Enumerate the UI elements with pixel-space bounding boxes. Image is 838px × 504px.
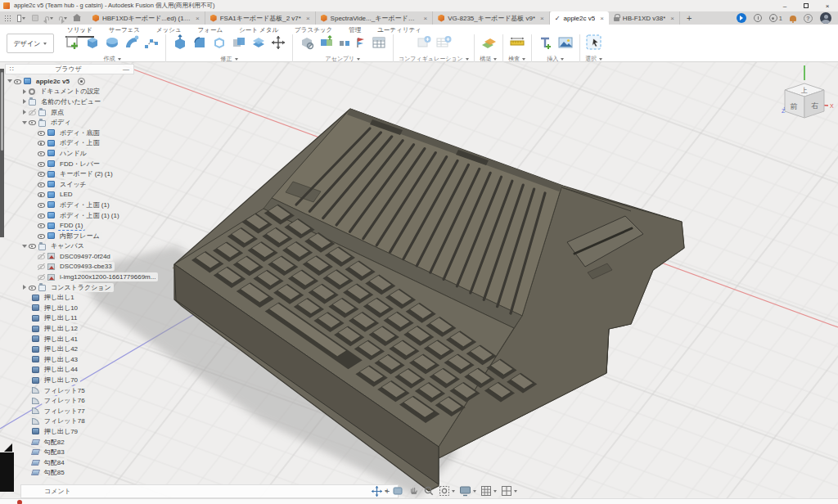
assemble-group-label[interactable]: アセンブリ (326, 55, 361, 63)
browser-row[interactable]: キャンバス (5, 241, 146, 252)
browser-row[interactable]: apple2c v5 (5, 76, 146, 87)
minimize-button[interactable]: – (774, 0, 795, 11)
new-tab-button[interactable]: + (680, 11, 698, 25)
bom-table-icon[interactable] (370, 34, 388, 52)
visibility-eye-icon[interactable] (38, 129, 45, 136)
browser-collapse-icon[interactable]: — (123, 65, 129, 73)
panel-scrollbar[interactable] (0, 69, 4, 237)
activate-component-radio[interactable] (78, 78, 85, 85)
inspect-group-label[interactable]: 検査 (508, 55, 525, 63)
viewports-icon[interactable] (500, 484, 518, 497)
browser-row[interactable]: フィレット78 (5, 416, 146, 427)
close-tab-icon[interactable]: × (306, 15, 310, 22)
new-component-icon[interactable] (298, 34, 316, 52)
browser-row[interactable]: ボディ・上面 (1) (5, 200, 146, 210)
browser-row[interactable]: 勾配82 (5, 437, 146, 448)
motion-link-icon[interactable] (354, 34, 368, 52)
close-tab-icon[interactable]: × (424, 15, 428, 22)
browser-row[interactable]: キーボード (2) (1) (5, 169, 146, 179)
visibility-eye-icon[interactable] (38, 263, 45, 270)
create-group-label[interactable]: 作成 (104, 55, 121, 63)
document-tab[interactable]: HBF1XDキーボード...ed) (1) v8*× (88, 11, 205, 25)
browser-row[interactable]: ボディ・上面 (1) (1) (5, 210, 146, 221)
primitive-box-icon[interactable] (83, 34, 101, 52)
offset-face-icon[interactable] (250, 34, 268, 52)
pipe-points-icon[interactable] (142, 34, 160, 52)
file-menu-icon[interactable] (17, 14, 25, 22)
visibility-eye-icon[interactable] (38, 223, 45, 229)
visibility-eye-icon[interactable] (38, 160, 45, 167)
visibility-eye-icon[interactable] (29, 243, 36, 250)
extensions-icon[interactable]: 1 (769, 14, 782, 22)
look-at-icon[interactable] (391, 484, 404, 497)
chevron-down-icon[interactable] (7, 79, 12, 83)
browser-row[interactable]: ドキュメントの設定 (5, 87, 146, 97)
redo-icon[interactable] (59, 14, 67, 22)
document-tab-active[interactable]: ✓apple2c v5× (550, 11, 609, 25)
document-tab[interactable]: HB-F1XD v38*× (609, 11, 680, 25)
chevron-right-icon[interactable] (23, 110, 26, 115)
browser-row[interactable]: コンストラクション (5, 282, 146, 293)
notifications-icon[interactable] (790, 16, 796, 21)
configure-group-label[interactable]: コンフィギュレーション (399, 55, 469, 63)
document-tab[interactable]: VG-8235_キーボード基板 v9*× (433, 11, 550, 25)
browser-row[interactable]: 押し出し41 (5, 334, 146, 344)
pan-icon[interactable] (407, 484, 420, 497)
workspace-selector[interactable]: デザイン (7, 34, 54, 53)
help-icon[interactable]: ? (804, 14, 813, 23)
timeline-bar[interactable] (0, 498, 838, 504)
maximize-button[interactable] (795, 0, 817, 11)
browser-row[interactable]: 内部フレーム (5, 231, 146, 241)
browser-row[interactable]: ボディ・上面 (5, 138, 146, 149)
visibility-eye-icon[interactable] (38, 232, 45, 239)
close-tab-icon[interactable]: × (600, 15, 604, 22)
move-icon[interactable] (269, 34, 287, 52)
browser-row[interactable]: 押し出し10 (5, 303, 146, 313)
chevron-right-icon[interactable] (23, 99, 26, 104)
browser-header[interactable]: ∷ ブラウザ — (5, 64, 134, 74)
grid-display-icon[interactable] (480, 484, 498, 497)
select-icon[interactable] (585, 34, 603, 52)
browser-row[interactable]: DSC09497-0f24d (5, 251, 146, 262)
visibility-eye-icon[interactable] (29, 119, 36, 126)
revolve-icon[interactable] (103, 34, 121, 52)
document-tab[interactable]: FSA1キーボード基板_2 v7*× (205, 11, 316, 25)
timeline-marker[interactable] (17, 500, 22, 504)
close-tab-icon[interactable]: × (670, 15, 674, 22)
visibility-eye-icon[interactable] (38, 191, 45, 198)
browser-row[interactable]: DSC09493-cbe33 (5, 262, 146, 272)
visibility-eye-icon[interactable] (38, 253, 45, 259)
recent-activity-icon[interactable] (754, 14, 762, 22)
orbit-icon[interactable] (370, 484, 389, 498)
joint-icon[interactable] (318, 34, 336, 52)
undo-icon[interactable] (45, 14, 53, 22)
browser-row[interactable]: スイッチ (5, 179, 146, 190)
browser-row[interactable]: フィレット77 (5, 406, 146, 416)
select-group-label[interactable]: 選択 (585, 55, 602, 63)
press-pull-icon[interactable] (171, 34, 189, 52)
insert-text-icon[interactable] (537, 34, 555, 52)
chevron-right-icon[interactable] (23, 285, 26, 290)
comment-bar[interactable]: コメント + (20, 484, 399, 498)
visibility-eye-icon[interactable] (38, 201, 45, 208)
document-tab[interactable]: SpectraVide..._キーボード基板 v6× (316, 11, 434, 25)
measure-icon[interactable] (508, 34, 526, 52)
configuration-icon[interactable] (415, 34, 433, 52)
browser-row[interactable]: ボディ (5, 117, 146, 128)
visibility-eye-icon[interactable] (38, 181, 45, 187)
combine-icon[interactable] (230, 34, 248, 52)
fit-icon[interactable] (438, 484, 456, 497)
chevron-down-icon[interactable] (22, 121, 27, 124)
visibility-eye-icon[interactable] (38, 171, 45, 178)
visibility-eye-icon[interactable] (38, 212, 45, 218)
browser-row[interactable]: フィレット76 (5, 395, 146, 406)
construct-group-label[interactable]: 構築 (480, 55, 497, 63)
sweep-icon[interactable] (123, 34, 141, 52)
visibility-eye-icon[interactable] (38, 274, 45, 281)
insert-canvas-icon[interactable] (556, 34, 574, 52)
browser-row[interactable]: 押し出し12 (5, 323, 146, 334)
visibility-eye-icon[interactable] (38, 150, 45, 156)
browser-row[interactable]: 原点 (5, 107, 146, 118)
browser-row[interactable]: ボディ・底面 (5, 128, 146, 138)
browser-row[interactable]: 勾配83 (5, 447, 146, 457)
